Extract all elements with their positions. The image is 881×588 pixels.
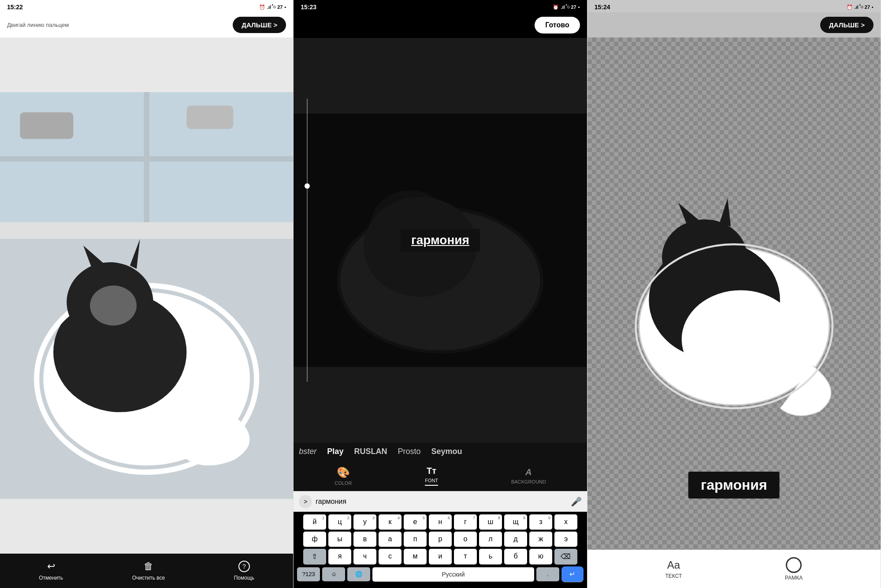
key-emoji[interactable]: ☺ (322, 567, 345, 581)
keyboard-bottom-row: ?123 ☺ 🌐 Русский . ↵ (295, 566, 585, 585)
mic-icon[interactable]: 🎤 (571, 496, 582, 507)
svg-point-27 (681, 290, 799, 389)
p2-image-area[interactable]: гармония (294, 38, 587, 443)
undo-icon: ↩ (47, 561, 55, 572)
undo-label: Отменить (39, 575, 63, 581)
key-space[interactable]: Русский (372, 567, 534, 581)
key-д[interactable]: д (504, 532, 527, 547)
delete-icon: 🗑 (144, 561, 153, 572)
key-е[interactable]: е5 (404, 514, 427, 529)
key-л[interactable]: л (479, 532, 502, 547)
keyboard-row-2: ф ы в а п р о л д ж э (295, 532, 585, 547)
key-з[interactable]: з0 (529, 514, 552, 529)
text-label: ТЕКСТ (665, 573, 682, 579)
slider-line[interactable] (307, 99, 308, 382)
next-button-3[interactable]: ДАЛЬШЕ > (820, 17, 874, 33)
cat-image-3 (610, 76, 859, 511)
key-к[interactable]: к4 (379, 514, 401, 529)
key-и[interactable]: и (429, 549, 452, 564)
key-с[interactable]: с (379, 549, 401, 564)
svg-point-15 (90, 286, 137, 326)
text-icon: Aa (667, 559, 680, 571)
status-bar-2: 15:23 ⏰ .ıl ᯦ 27 ▪ (294, 0, 587, 12)
font-seymou[interactable]: Seymou (431, 447, 462, 456)
undo-button[interactable]: ↩ Отменить (39, 561, 63, 581)
font-prosto[interactable]: Prosto (398, 447, 420, 456)
done-button[interactable]: Готово (535, 17, 580, 33)
key-а[interactable]: а (379, 532, 401, 547)
panel-2: 15:23 ⏰ .ıl ᯦ 27 ▪ Готово гармония (294, 0, 587, 588)
key-dot[interactable]: . (536, 567, 559, 581)
expand-button[interactable]: > (299, 495, 312, 508)
clear-button[interactable]: 🗑 Очистить все (132, 561, 165, 581)
help-label: Помощь (234, 575, 254, 581)
status-icons-2: ⏰ .ıl ᯦ 27 ▪ (553, 4, 580, 10)
font-tool[interactable]: Тт FONT (425, 466, 438, 486)
svg-rect-6 (20, 112, 73, 139)
keyboard-row-3: ⇧ я ч с м и т ь б ю ⌫ (295, 549, 585, 564)
key-ш[interactable]: ш8 (479, 514, 502, 529)
frame-label: РАМКА (785, 575, 803, 581)
frame-tool[interactable]: РАМКА (785, 557, 803, 581)
key-ф[interactable]: ф (303, 532, 326, 547)
time-3: 15:24 (595, 4, 610, 11)
key-numbers[interactable]: ?123 (297, 567, 320, 581)
key-н[interactable]: н6 (429, 514, 452, 529)
text-overlay-3[interactable]: гармония (688, 472, 780, 499)
p2-tool-row: 🎨 COLOR Тт FONT A BACKGROUND (294, 461, 587, 491)
key-ц[interactable]: ц2 (328, 514, 351, 529)
key-ж[interactable]: ж (529, 532, 552, 547)
key-г[interactable]: г7 (454, 514, 477, 529)
key-ы[interactable]: ы (328, 532, 351, 547)
font-play[interactable]: Play (327, 447, 343, 456)
key-globe[interactable]: 🌐 (347, 567, 370, 581)
key-х[interactable]: х (554, 514, 577, 529)
font-ruslan[interactable]: RUSLAN (354, 447, 387, 456)
key-у[interactable]: у3 (353, 514, 376, 529)
text-tool[interactable]: Aa ТЕКСТ (665, 559, 682, 579)
cat-image-1 (0, 37, 293, 554)
background-tool[interactable]: A BACKGROUND (511, 467, 546, 484)
key-п[interactable]: п (404, 532, 427, 547)
key-backspace[interactable]: ⌫ (554, 549, 577, 564)
key-я[interactable]: я (328, 549, 351, 564)
svg-marker-25 (678, 203, 706, 228)
key-ч[interactable]: ч (353, 549, 376, 564)
svg-point-24 (662, 220, 747, 296)
panel-3: 15:24 ⏰ .ıl ᯦ 27 ▪ ДАЛЬШЕ > (587, 0, 881, 588)
key-б[interactable]: б (504, 549, 527, 564)
status-icons-3: ⏰ .ıl ᯦ 27 ▪ (847, 4, 874, 10)
text-input-display[interactable]: гармония (316, 498, 567, 506)
p1-toolbar: ↩ Отменить 🗑 Очистить все ? Помощь (0, 554, 293, 588)
next-button-1[interactable]: ДАЛЬШЕ > (233, 17, 286, 33)
key-т[interactable]: т (454, 549, 477, 564)
key-о[interactable]: о (454, 532, 477, 547)
key-р[interactable]: р (429, 532, 452, 547)
key-э[interactable]: э (554, 532, 577, 547)
key-м[interactable]: м (404, 549, 427, 564)
key-shift[interactable]: ⇧ (303, 549, 326, 564)
p2-header: Готово (294, 12, 587, 38)
key-ю[interactable]: ю (529, 549, 552, 564)
font-lobster[interactable]: bster (299, 447, 316, 456)
background-label: BACKGROUND (511, 479, 546, 484)
p3-image-area[interactable]: гармония (587, 37, 881, 550)
key-ь[interactable]: ь (479, 549, 502, 564)
color-icon: 🎨 (337, 466, 350, 479)
key-в[interactable]: в (353, 532, 376, 547)
keyboard: й1 ц2 у3 к4 е5 н6 г7 ш8 щ9 з0 х ф ы в а … (294, 512, 587, 588)
keyboard-text-row: > гармония 🎤 (294, 491, 587, 512)
key-щ[interactable]: щ9 (504, 514, 527, 529)
font-icon: Тт (427, 466, 436, 476)
text-overlay-2[interactable]: гармония (401, 229, 480, 252)
font-strip: bster Play RUSLAN Prosto Seymou (294, 443, 587, 461)
help-button[interactable]: ? Помощь (234, 561, 254, 581)
color-tool[interactable]: 🎨 COLOR (335, 466, 352, 486)
help-icon: ? (238, 561, 250, 572)
status-bar-3: 15:24 ⏰ .ıl ᯦ 27 ▪ (587, 0, 881, 12)
svg-marker-26 (720, 198, 731, 227)
status-bar-1: 15:22 ⏰ .ıl ᯦ 27 ▪ (0, 0, 293, 12)
clear-label: Очистить все (132, 575, 165, 581)
key-й[interactable]: й1 (303, 514, 326, 529)
key-enter[interactable]: ↵ (561, 566, 584, 582)
